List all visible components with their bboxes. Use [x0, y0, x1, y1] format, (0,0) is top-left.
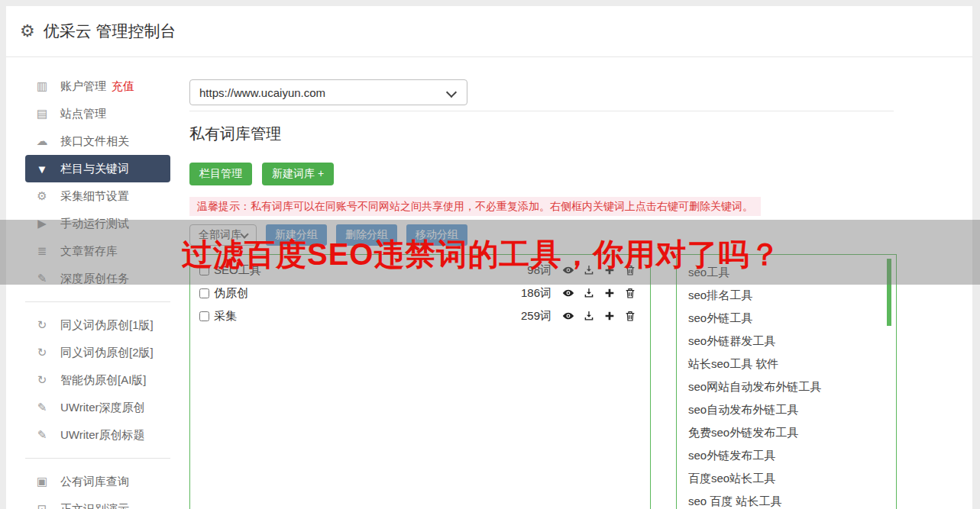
thesaurus-name: 伪原创 — [214, 286, 521, 301]
sidebar-item-uwriter-title[interactable]: ✎ UWriter原创标题 — [25, 421, 170, 449]
keyword-panel: seo工具 seo排名工具 seo外链工具 seo外链群发工具 站长seo工具 … — [676, 254, 897, 509]
sidebar-item-columns-keywords[interactable]: ▼ 栏目与关键词 — [25, 155, 170, 182]
new-thesaurus-button[interactable]: 新建词库 + — [262, 163, 334, 185]
keyword-item[interactable]: seo网站自动发布外链工具 — [688, 375, 896, 398]
monitor-icon: ⊡ — [35, 502, 49, 509]
thesaurus-list-panel: SEO工具 98词 伪原创 186词 — [189, 254, 651, 509]
refresh-icon: ↻ — [35, 318, 49, 332]
download-icon[interactable] — [583, 287, 595, 299]
keyword-item[interactable]: seo外链发布工具 — [688, 444, 896, 467]
sidebar-item-account[interactable]: ▥ 账户管理充值 — [25, 72, 170, 100]
overlay-banner-text: 过滤百度SEO违禁词的工具，你用对了吗？ — [182, 234, 781, 275]
sidebar-divider — [25, 458, 170, 459]
refresh-icon: ↻ — [35, 373, 49, 387]
delete-icon[interactable] — [624, 287, 636, 299]
sidebar-item-label: UWriter原创标题 — [60, 428, 145, 443]
table-row: 采集 259词 — [190, 304, 650, 327]
filter-icon: ▼ — [35, 163, 49, 176]
table-row: 伪原创 186词 — [190, 282, 650, 304]
chevron-down-icon — [446, 87, 457, 98]
keyword-item[interactable]: seo自动发布外链工具 — [688, 398, 896, 421]
bar-chart-icon: ▥ — [35, 79, 49, 93]
edit-icon: ✎ — [35, 401, 49, 414]
sidebar-item-interface-files[interactable]: ☁ 接口文件相关 — [25, 127, 170, 155]
server-icon: ▤ — [35, 107, 49, 121]
keyword-item[interactable]: 百度seo站长工具 — [688, 467, 896, 490]
book-icon: ▣ — [35, 475, 49, 488]
sidebar-item-label: 正文识别演示 — [60, 502, 129, 509]
word-count: 259词 — [521, 309, 551, 324]
add-icon[interactable] — [603, 310, 616, 322]
manage-columns-button[interactable]: 栏目管理 — [189, 163, 252, 185]
keyword-item[interactable]: 免费seo外链发布工具 — [688, 421, 896, 444]
sidebar-item-body-recognition-demo[interactable]: ⊡ 正文识别演示 — [25, 495, 170, 509]
sidebar-item-ai-rewrite[interactable]: ↻ 智能伪原创[AI版] — [25, 366, 170, 394]
site-url-value: https://www.ucaiyun.com — [199, 86, 325, 99]
sidebar-item-label: 接口文件相关 — [60, 134, 129, 149]
sidebar-item-label: 同义词伪原创[2版] — [60, 346, 154, 360]
eye-icon[interactable] — [562, 310, 574, 322]
keyword-item[interactable]: seo 百度 站长工具 — [688, 490, 896, 509]
thesaurus-name: 采集 — [214, 309, 521, 324]
sidebar-item-label: 栏目与关键词 — [60, 162, 129, 176]
gears-icon: ⚙ — [35, 189, 49, 203]
sidebar-item-label: 采集细节设置 — [60, 189, 129, 204]
sidebar-item-label: 智能伪原创[AI版] — [60, 373, 147, 388]
keyword-item[interactable]: 站长seo工具 软件 — [688, 353, 896, 375]
app-title: 优采云 管理控制台 — [44, 21, 176, 42]
tip-banner: 温馨提示：私有词库可以在同账号不同网站之间共享使用，不必重复添加。右侧框内关键词… — [189, 197, 761, 216]
sidebar-item-synonym-v1[interactable]: ↻ 同义词伪原创[1版] — [25, 311, 170, 339]
keyword-item[interactable]: seo外链工具 — [688, 307, 896, 330]
site-url-select[interactable]: https://www.ucaiyun.com — [189, 79, 467, 105]
sidebar-item-label: 公有词库查询 — [60, 475, 129, 489]
word-count: 186词 — [521, 286, 551, 301]
keyword-item[interactable]: seo外链群发工具 — [688, 330, 896, 353]
row-checkbox[interactable] — [199, 311, 209, 321]
sidebar-item-sites[interactable]: ▤ 站点管理 — [25, 100, 170, 127]
gear-icon: ⚙ — [20, 21, 35, 41]
sidebar-item-label: 同义词伪原创[1版] — [60, 318, 154, 333]
delete-icon[interactable] — [624, 310, 636, 322]
sidebar-item-synonym-v2[interactable]: ↻ 同义词伪原创[2版] — [25, 339, 170, 366]
edit-icon: ✎ — [35, 428, 49, 442]
recharge-link[interactable]: 充值 — [112, 79, 134, 92]
sidebar-item-uwriter-deep[interactable]: ✎ UWriter深度原创 — [25, 394, 170, 421]
page-title: 私有词库管理 — [189, 124, 972, 144]
download-icon[interactable] — [583, 310, 595, 322]
keyword-item[interactable]: seo排名工具 — [688, 284, 896, 307]
sidebar-item-label: UWriter深度原创 — [60, 401, 145, 415]
app-header: ⚙ 优采云 管理控制台 — [6, 6, 972, 57]
eye-icon[interactable] — [562, 287, 574, 299]
cloud-upload-icon: ☁ — [35, 134, 49, 148]
sidebar-item-public-thesaurus[interactable]: ▣ 公有词库查询 — [25, 468, 170, 495]
sidebar-item-collect-settings[interactable]: ⚙ 采集细节设置 — [25, 182, 170, 210]
refresh-icon: ↻ — [35, 346, 49, 359]
divider — [189, 111, 894, 111]
sidebar-item-label: 站点管理 — [60, 107, 106, 121]
row-checkbox[interactable] — [199, 288, 209, 298]
sidebar-item-label: 账户管理充值 — [60, 79, 134, 94]
add-icon[interactable] — [603, 287, 616, 299]
sidebar-divider — [25, 301, 170, 302]
